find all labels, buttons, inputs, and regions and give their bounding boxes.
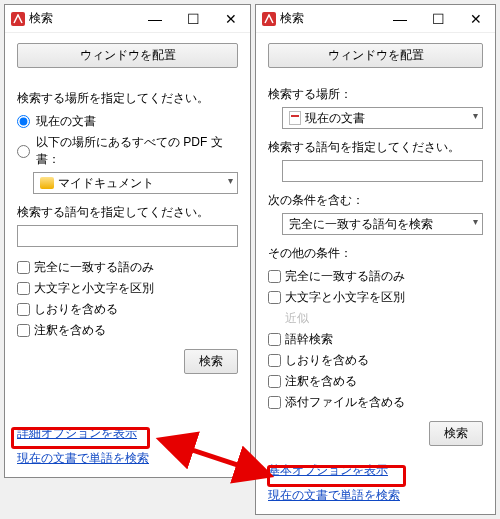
term-prompt: 検索する語句を指定してください。 [17, 204, 238, 221]
opt-comments[interactable]: 注釈を含める [268, 373, 483, 390]
arrange-windows-button[interactable]: ウィンドウを配置 [268, 43, 483, 68]
opt-case[interactable]: 大文字と小文字を区別 [17, 280, 238, 297]
search-button[interactable]: 検索 [429, 421, 483, 446]
opt-comments[interactable]: 注釈を含める [17, 322, 238, 339]
app-icon [262, 12, 276, 26]
pdf-icon [289, 111, 301, 125]
search-current-doc-link[interactable]: 現在の文書で単語を検索 [268, 487, 483, 504]
opt-case[interactable]: 大文字と小文字を区別 [268, 289, 483, 306]
search-button[interactable]: 検索 [184, 349, 238, 374]
minimize-button[interactable]: — [136, 5, 174, 33]
conditions-combo[interactable]: 完全に一致する語句を検索 [282, 213, 483, 235]
maximize-button[interactable]: ☐ [419, 5, 457, 33]
opt-bookmarks[interactable]: しおりを含める [268, 352, 483, 369]
arrange-windows-button[interactable]: ウィンドウを配置 [17, 43, 238, 68]
close-button[interactable]: ✕ [457, 5, 495, 33]
opt-nearby: 近似 [268, 310, 483, 327]
maximize-button[interactable]: ☐ [174, 5, 212, 33]
search-term-input[interactable] [17, 225, 238, 247]
term-prompt: 検索する語句を指定してください。 [268, 139, 483, 156]
opt-exact[interactable]: 完全に一致する語のみ [268, 268, 483, 285]
window-title: 検索 [280, 10, 377, 27]
titlebar-left: 検索 — ☐ ✕ [5, 5, 250, 33]
opt-exact[interactable]: 完全に一致する語のみ [17, 259, 238, 276]
opt-attachments[interactable]: 添付ファイルを含める [268, 394, 483, 411]
radio-all-pdf[interactable]: 以下の場所にあるすべての PDF 文書： [17, 134, 238, 168]
search-current-doc-link[interactable]: 現在の文書で単語を検索 [17, 450, 238, 467]
folder-combo[interactable]: マイドキュメント [33, 172, 238, 194]
advanced-options-link[interactable]: 詳細オプションを表示 [17, 425, 238, 442]
close-button[interactable]: ✕ [212, 5, 250, 33]
other-label: その他の条件： [268, 245, 483, 262]
app-icon [11, 12, 25, 26]
location-combo[interactable]: 現在の文書 [282, 107, 483, 129]
radio-current-doc[interactable]: 現在の文書 [17, 113, 238, 130]
folder-icon [40, 177, 54, 189]
minimize-button[interactable]: — [381, 5, 419, 33]
opt-stemming[interactable]: 語幹検索 [268, 331, 483, 348]
location-label: 検索する場所： [268, 86, 483, 103]
location-prompt: 検索する場所を指定してください。 [17, 90, 238, 107]
opt-bookmarks[interactable]: しおりを含める [17, 301, 238, 318]
search-term-input[interactable] [282, 160, 483, 182]
basic-options-link[interactable]: 基本オプションを表示 [268, 462, 483, 479]
conditions-label: 次の条件を含む： [268, 192, 483, 209]
window-title: 検索 [29, 10, 132, 27]
titlebar-right: 検索 — ☐ ✕ [256, 5, 495, 33]
